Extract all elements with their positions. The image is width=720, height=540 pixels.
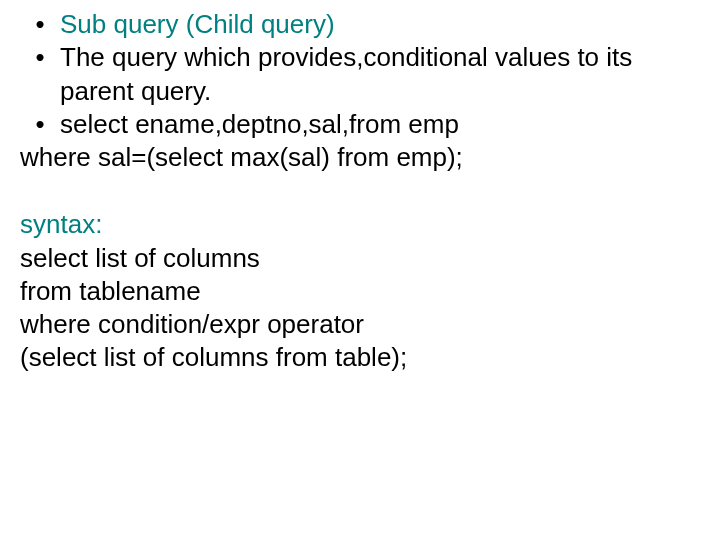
bullet-dot-icon: • xyxy=(20,41,60,74)
syntax-line-3: where condition/expr operator xyxy=(20,308,700,341)
syntax-line-4: (select list of columns from table); xyxy=(20,341,700,374)
syntax-heading: syntax: xyxy=(20,208,700,241)
code-line-where: where sal=(select max(sal) from emp); xyxy=(20,141,700,174)
slide-body: • Sub query (Child query) • The query wh… xyxy=(0,0,720,540)
bullet-text-3: select ename,deptno,sal,from emp xyxy=(60,108,700,141)
blank-spacer xyxy=(20,174,700,208)
bullet-dot-icon: • xyxy=(20,108,60,141)
bullet-text-1: Sub query (Child query) xyxy=(60,8,700,41)
bullet-item-2: • The query which provides,conditional v… xyxy=(20,41,700,108)
bullet-text-2: The query which provides,conditional val… xyxy=(60,41,700,108)
syntax-line-2: from tablename xyxy=(20,275,700,308)
syntax-line-1: select list of columns xyxy=(20,242,700,275)
bullet-item-3: • select ename,deptno,sal,from emp xyxy=(20,108,700,141)
bullet-item-1: • Sub query (Child query) xyxy=(20,8,700,41)
bullet-dot-icon: • xyxy=(20,8,60,41)
